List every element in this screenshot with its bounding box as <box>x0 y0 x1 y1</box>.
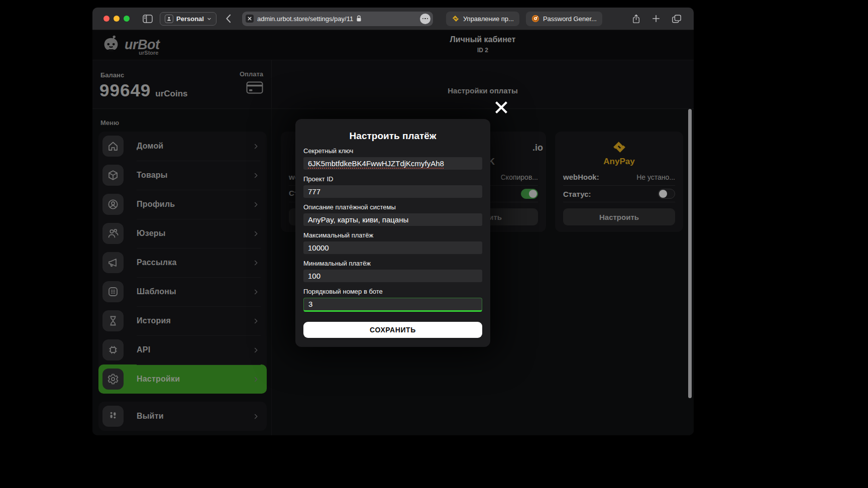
page-scrollbar[interactable] <box>688 109 692 398</box>
project-id-label: Проект ID <box>303 175 482 183</box>
extension-button-password-generator[interactable]: Password Gener... <box>526 12 602 26</box>
project-id-input[interactable]: 777 <box>303 185 482 198</box>
chevron-down-icon <box>207 17 211 21</box>
sidebar-toggle-icon[interactable] <box>143 15 153 23</box>
admin-page: urBot urStore Личный кабинет ID 2 Баланс… <box>92 30 694 435</box>
profile-label: Personal <box>176 15 204 23</box>
share-icon[interactable] <box>632 14 640 24</box>
extension-button-upravlenie[interactable]: Управление пр... <box>446 12 519 26</box>
password-generator-icon <box>531 15 539 23</box>
address-bar[interactable]: admin.urbot.store/settings/pay/11 <box>242 12 433 26</box>
min-payment-label: Минимальный платёж <box>303 260 482 267</box>
description-label: Описание платёжной системы <box>303 203 482 211</box>
secret-key-label: Секретный ключ <box>303 147 482 155</box>
close-window-button[interactable] <box>103 16 110 22</box>
save-button[interactable]: СОХРАНИТЬ <box>303 322 482 338</box>
description-input[interactable]: AnyPay, карты, киви, пацаны <box>303 213 482 226</box>
page-settings-ellipsis-button[interactable] <box>420 14 430 24</box>
traffic-lights <box>103 16 130 22</box>
browser-toolbar: Personal admin.urbot.store/settings/pay/… <box>92 8 694 30</box>
bot-order-input[interactable]: 3 <box>303 298 482 312</box>
back-button[interactable] <box>226 14 231 23</box>
profile-switcher-button[interactable]: Personal <box>160 12 216 26</box>
page-extension-icon[interactable] <box>246 15 254 23</box>
max-payment-label: Максимальный платёж <box>303 231 482 239</box>
anypay-zigzag-icon <box>452 15 460 23</box>
min-payment-input[interactable]: 100 <box>303 270 482 282</box>
max-payment-input[interactable]: 10000 <box>303 241 482 254</box>
url-text: admin.urbot.store/settings/pay/11 <box>257 15 353 23</box>
extension-label: Password Gener... <box>543 15 597 23</box>
secret-key-input[interactable]: 6JK5mbtfdkeBK4FwwHJZTdjKcmyfyAh8 <box>303 157 482 170</box>
modal-title: Настроить платёж <box>303 131 482 142</box>
safari-window: Personal admin.urbot.store/settings/pay/… <box>92 8 694 435</box>
tab-overview-icon[interactable] <box>672 14 682 24</box>
bot-order-label: Порядковый номер в боте <box>303 288 482 295</box>
extension-label: Управление пр... <box>463 15 514 23</box>
lock-icon <box>356 15 362 22</box>
zoom-window-button[interactable] <box>124 16 130 22</box>
close-icon <box>493 99 509 115</box>
modal-close-button[interactable] <box>493 99 509 115</box>
configure-payment-modal: Настроить платёж Секретный ключ 6JK5mbtf… <box>295 119 490 347</box>
minimize-window-button[interactable] <box>114 16 120 22</box>
desktop-background: Personal admin.urbot.store/settings/pay/… <box>0 0 868 488</box>
person-icon <box>165 15 173 23</box>
new-tab-plus-icon[interactable] <box>652 15 660 23</box>
